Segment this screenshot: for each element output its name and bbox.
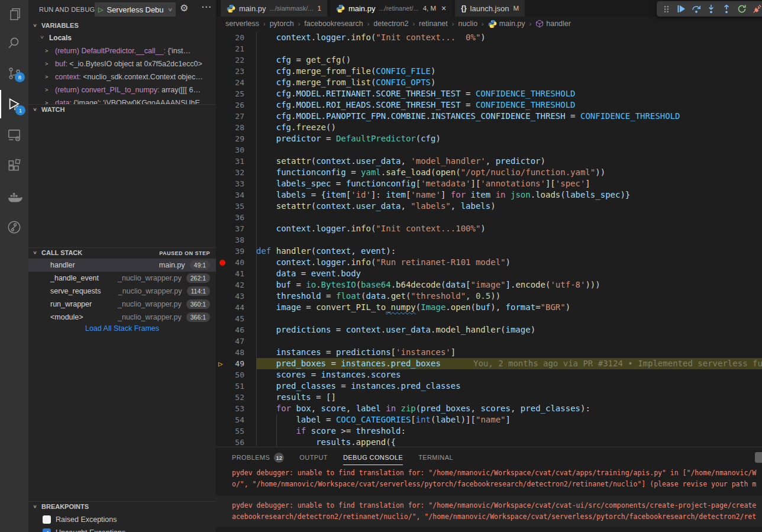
- variable-row[interactable]: >(return) DefaultPredictor.__call__: {'i…: [28, 44, 216, 57]
- line-gutter[interactable]: 52: [216, 392, 256, 403]
- line-gutter[interactable]: 48: [216, 347, 256, 358]
- frame-name: <module>: [50, 313, 83, 321]
- gear-icon[interactable]: ⚙: [180, 2, 188, 14]
- line-gutter[interactable]: ▷49: [216, 358, 256, 369]
- breadcrumb-item[interactable]: nuclio: [458, 20, 477, 28]
- line-gutter[interactable]: 45: [216, 313, 256, 324]
- breadcrumb-item[interactable]: detectron2: [373, 20, 408, 28]
- checkbox[interactable]: ✓: [43, 528, 51, 532]
- line-gutter[interactable]: 21: [216, 43, 256, 54]
- step-out-button[interactable]: [722, 4, 731, 14]
- step-over-button[interactable]: [692, 4, 701, 14]
- source-control-icon[interactable]: [0, 59, 28, 88]
- line-gutter[interactable]: 27: [216, 111, 256, 122]
- git-graph-icon[interactable]: [0, 213, 28, 241]
- stack-frame-row[interactable]: _handle_event_nuclio_wrapper.py262:1: [28, 272, 216, 285]
- remote-explorer-icon[interactable]: [0, 121, 28, 149]
- line-gutter[interactable]: 33: [216, 178, 256, 189]
- gripper-icon[interactable]: [663, 5, 670, 14]
- stack-frame-row[interactable]: handlermain.py49:1: [28, 259, 216, 272]
- stack-frame-row[interactable]: <module>_nuclio_wrapper.py366:1: [28, 311, 216, 324]
- breadcrumb-item[interactable]: facebookresearch: [304, 20, 363, 28]
- variable-row[interactable]: >(return) convert_PIL_to_numpy: array([[…: [28, 83, 216, 96]
- line-gutter[interactable]: 38: [216, 234, 256, 246]
- line-gutter[interactable]: 37: [216, 223, 256, 234]
- line-gutter[interactable]: 29: [216, 133, 256, 144]
- line-gutter[interactable]: 23: [216, 66, 256, 77]
- line-gutter[interactable]: 50: [216, 369, 256, 381]
- stack-frame-row[interactable]: serve_requests_nuclio_wrapper.py114:1: [28, 285, 216, 298]
- debug-config-dropdown[interactable]: ▷ Serverless Debu >: [95, 2, 176, 17]
- editor-tab[interactable]: main.py.../retinanet/...4, M×: [330, 0, 452, 17]
- breakpoint-row[interactable]: ✓Uncaught Exceptions: [28, 526, 216, 532]
- line-gutter[interactable]: 40: [216, 257, 256, 268]
- line-gutter[interactable]: 56: [216, 437, 256, 447]
- line-gutter[interactable]: 25: [216, 88, 256, 99]
- breadcrumb-item[interactable]: serverless: [225, 20, 259, 28]
- line-gutter[interactable]: 41: [216, 268, 256, 279]
- panel-tab[interactable]: PROBLEMS12: [232, 447, 284, 467]
- variables-section-header[interactable]: > VARIABLES: [28, 21, 216, 31]
- step-into-button[interactable]: [706, 4, 716, 14]
- load-all-stack-frames-link[interactable]: Load All Stack Frames: [28, 324, 216, 333]
- explorer-icon[interactable]: [0, 0, 28, 28]
- line-gutter[interactable]: 42: [216, 279, 256, 291]
- docker-icon[interactable]: [0, 182, 28, 211]
- call-stack-section-header[interactable]: > CALL STACK PAUSED ON STEP: [28, 247, 216, 259]
- line-gutter[interactable]: 28: [216, 122, 256, 133]
- breakpoint-icon[interactable]: [219, 260, 225, 266]
- line-gutter[interactable]: 31: [216, 156, 256, 167]
- line-gutter[interactable]: 53: [216, 403, 256, 414]
- line-gutter[interactable]: 44: [216, 302, 256, 313]
- line-gutter[interactable]: 55: [216, 425, 256, 437]
- editor-tab[interactable]: main.py.../siammask/...1: [221, 0, 327, 17]
- line-gutter[interactable]: 32: [216, 167, 256, 178]
- line-number: 55: [235, 425, 244, 437]
- breadcrumb-item[interactable]: retinanet: [419, 20, 448, 28]
- vscode-window: 8 1 RUN AND DEBUG ▷ Serverless Debu > ⚙ …: [0, 0, 762, 532]
- search-icon[interactable]: [0, 28, 28, 57]
- run-and-debug-icon[interactable]: [0, 90, 28, 118]
- line-gutter[interactable]: 34: [216, 189, 256, 201]
- variable-row[interactable]: >buf: <_io.BytesIO object at 0x7f5a2dc1e…: [28, 57, 216, 70]
- breadcrumb-item[interactable]: handler: [535, 20, 571, 28]
- restart-button[interactable]: [737, 4, 747, 14]
- line-gutter[interactable]: 22: [216, 54, 256, 66]
- breakpoints-section-header[interactable]: > BREAKPOINTS: [28, 501, 216, 512]
- panel-tab[interactable]: OUTPUT: [299, 447, 328, 467]
- disconnect-button[interactable]: [753, 4, 762, 14]
- start-debug-icon[interactable]: ▷: [98, 6, 103, 14]
- line-gutter[interactable]: 24: [216, 77, 256, 88]
- panel-tab[interactable]: TERMINAL: [418, 447, 453, 467]
- locals-scope-row[interactable]: > Locals: [28, 33, 216, 44]
- checkbox[interactable]: [43, 515, 51, 524]
- stack-frame-row[interactable]: run_wrapper_nuclio_wrapper.py360:1: [28, 298, 216, 311]
- line-gutter[interactable]: 43: [216, 291, 256, 302]
- more-actions-icon[interactable]: ⋯: [201, 1, 212, 13]
- line-gutter[interactable]: 46: [216, 324, 256, 336]
- continue-button[interactable]: [676, 4, 686, 14]
- watch-section-header[interactable]: > WATCH: [28, 104, 216, 115]
- line-gutter[interactable]: 54: [216, 414, 256, 425]
- breakpoint-row[interactable]: Raised Exceptions: [28, 513, 216, 526]
- breadcrumb-item[interactable]: pytorch: [270, 20, 294, 28]
- panel-scroll-widget[interactable]: [755, 452, 762, 463]
- editor-tab[interactable]: {}launch.jsonM: [455, 0, 525, 17]
- variable-row[interactable]: >data: {'image': 'iVBORw0KGgoAAAANSUhE…: [28, 96, 216, 104]
- breadcrumb-separator-icon: ›: [412, 20, 415, 27]
- variable-row[interactable]: >context: <nuclio_sdk.context.Context ob…: [28, 70, 216, 83]
- line-gutter[interactable]: 26: [216, 99, 256, 111]
- code-editor[interactable]: 20 context.logger.info("Init context... …: [216, 31, 762, 447]
- panel-tab[interactable]: DEBUG CONSOLE: [343, 447, 403, 467]
- line-gutter[interactable]: 47: [216, 336, 256, 347]
- line-gutter[interactable]: 20: [216, 32, 256, 43]
- line-gutter[interactable]: 35: [216, 201, 256, 212]
- line-gutter[interactable]: 39: [216, 246, 256, 257]
- close-icon[interactable]: ×: [441, 4, 446, 13]
- line-gutter[interactable]: 30: [216, 144, 256, 156]
- breadcrumb-item[interactable]: main.py: [488, 20, 525, 28]
- line-content: def handler(context, event):: [256, 246, 762, 257]
- line-gutter[interactable]: 51: [216, 381, 256, 392]
- extensions-icon[interactable]: [0, 151, 28, 180]
- line-gutter[interactable]: 36: [216, 212, 256, 223]
